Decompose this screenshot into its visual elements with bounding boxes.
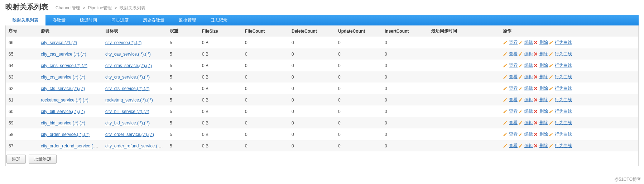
curve-link[interactable]: 行为曲线 [555,143,572,149]
cell-ops: 查看编辑删除行为曲线 [500,129,638,140]
tab-1[interactable]: 吞吐量 [45,15,73,25]
curve-link[interactable]: 行为曲线 [555,97,572,103]
curve-link[interactable]: 行为曲线 [555,62,572,69]
view-link[interactable]: 查看 [509,62,518,69]
target-table-link[interactable]: city_order_refund_service.(.*).(.*) [105,143,167,148]
page-title: 映射关系列表 [5,2,48,12]
target-table-link[interactable]: city_bid_service.(.*).(.*) [105,121,150,126]
delete-link[interactable]: 删除 [539,143,548,149]
curve-link[interactable]: 行为曲线 [555,74,572,80]
edit-link[interactable]: 编辑 [524,39,533,46]
breadcrumb-sep: > [114,5,117,10]
table-row: 64city_cms_service.(.*).(.*)city_cms_ser… [6,60,638,71]
source-table-link-cell: rocketmq_service.(.*).(.*) [38,94,102,106]
delete-link[interactable]: 删除 [539,74,548,80]
batch-add-button[interactable]: 批量添加 [29,155,57,164]
view-link[interactable]: 查看 [509,108,518,114]
curve-link[interactable]: 行为曲线 [555,39,572,46]
curve-link[interactable]: 行为曲线 [555,108,572,114]
icon-pencil [518,52,523,56]
edit-link[interactable]: 编辑 [524,143,533,149]
breadcrumb-item: 映射关系列表 [120,5,145,10]
source-table-link[interactable]: rocketmq_service.(.*).(.*) [41,98,88,103]
source-table-link[interactable]: city_service.(.*).(.*) [41,40,77,45]
tab-4[interactable]: 历史吞吐量 [136,15,172,25]
col-deletecount: DeleteCount [289,25,335,37]
cell-filecount: 0 [242,60,289,71]
edit-link[interactable]: 编辑 [524,62,533,69]
cell-weight: 5 [167,83,199,94]
edit-link[interactable]: 编辑 [524,51,533,57]
source-table-link[interactable]: city_cms_service.(.*).(.*) [41,63,87,68]
tab-3[interactable]: 同步进度 [104,15,136,25]
source-table-link[interactable]: city_cas_service.(.*).(.*) [41,52,86,57]
cell-deletecount: 0 [289,37,335,48]
edit-link[interactable]: 编辑 [524,85,533,91]
source-table-link[interactable]: city_order_service.(.*).(.*) [41,132,90,137]
edit-link[interactable]: 编辑 [524,120,533,126]
cell-deletecount: 0 [289,60,335,71]
curve-link[interactable]: 行为曲线 [555,120,572,126]
cell-insertcount: 0 [382,117,428,129]
delete-link[interactable]: 删除 [539,62,548,69]
cell-insertcount: 0 [382,48,428,60]
target-table-link[interactable]: city_cts_service.(.*).(.*) [105,86,149,91]
cell-updatecount: 0 [335,71,382,83]
source-table-link[interactable]: city_cts_service.(.*).(.*) [41,86,85,91]
edit-link[interactable]: 编辑 [524,131,533,137]
source-table-link[interactable]: city_order_refund_service.(.*).(.*) [41,143,102,148]
target-table-link[interactable]: rocketmq_service.(.*).(.*) [105,98,153,103]
cell-weight: 5 [167,60,199,71]
tab-5[interactable]: 监控管理 [172,15,203,25]
view-link[interactable]: 查看 [509,143,518,149]
tab-bar: 映射关系列表吞吐量延迟时间同步进度历史吞吐量监控管理日志记录 [5,15,639,25]
breadcrumb-item[interactable]: Channel管理 [56,5,80,10]
curve-link[interactable]: 行为曲线 [555,51,572,57]
table-row: 58city_order_service.(.*).(.*)city_order… [6,129,638,140]
cell-lastsync [428,106,500,117]
view-link[interactable]: 查看 [509,120,518,126]
edit-link[interactable]: 编辑 [524,97,533,103]
view-link[interactable]: 查看 [509,51,518,57]
view-link[interactable]: 查看 [509,74,518,80]
delete-link[interactable]: 删除 [539,108,548,114]
breadcrumb-item[interactable]: Pipeline管理 [88,5,112,10]
target-table-link[interactable]: city_cas_service.(.*).(.*) [105,52,151,57]
view-link[interactable]: 查看 [509,39,518,46]
add-button[interactable]: 添加 [6,155,26,164]
cell-filesize: 0 B [199,106,242,117]
view-link[interactable]: 查看 [509,131,518,137]
tab-2[interactable]: 延迟时间 [73,15,104,25]
curve-link[interactable]: 行为曲线 [555,85,572,91]
row-actions: 查看编辑删除行为曲线 [503,97,635,103]
source-table-link[interactable]: city_bid_service.(.*).(.*) [41,121,85,126]
delete-link[interactable]: 删除 [539,51,548,57]
target-table-link[interactable]: city_service.(.*).(.*) [105,40,141,45]
table-row: 66city_service.(.*).(.*)city_service.(.*… [6,37,638,48]
source-table-link-cell: city_cas_service.(.*).(.*) [38,48,102,60]
view-link[interactable]: 查看 [509,97,518,103]
delete-link[interactable]: 删除 [539,85,548,91]
tab-6[interactable]: 日志记录 [203,15,235,25]
delete-link[interactable]: 删除 [539,120,548,126]
target-table-link[interactable]: city_bill_service.(.*).(.*) [105,109,149,114]
delete-link[interactable]: 删除 [539,39,548,46]
tab-0[interactable]: 映射关系列表 [5,15,45,25]
icon-pencil [549,86,553,91]
source-table-link[interactable]: city_crs_service.(.*).(.*) [41,75,85,80]
cell-deletecount: 0 [289,129,335,140]
edit-link[interactable]: 编辑 [524,108,533,114]
cell-updatecount: 0 [335,60,382,71]
edit-link[interactable]: 编辑 [524,74,533,80]
target-table-link[interactable]: city_order_service.(.*).(.*) [105,132,154,137]
curve-link[interactable]: 行为曲线 [555,131,572,137]
delete-link[interactable]: 删除 [539,97,548,103]
target-table-link[interactable]: city_crs_service.(.*).(.*) [105,75,150,80]
source-table-link-cell: city_cts_service.(.*).(.*) [38,83,102,94]
icon-pencil [503,144,507,148]
col-seq: 序号 [6,25,38,37]
source-table-link[interactable]: city_bill_service.(.*).(.*) [41,109,85,114]
target-table-link[interactable]: city_cms_service.(.*).(.*) [105,63,152,68]
delete-link[interactable]: 删除 [539,131,548,137]
view-link[interactable]: 查看 [509,85,518,91]
